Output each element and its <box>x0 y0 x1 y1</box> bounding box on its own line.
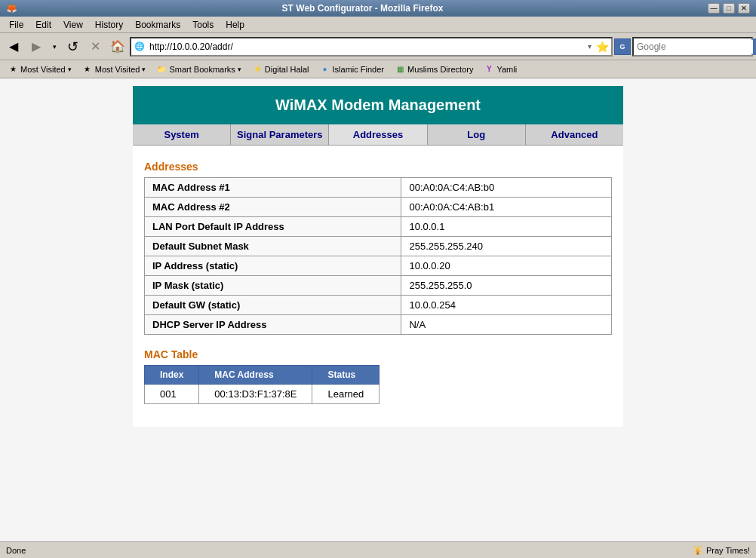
tab-system[interactable]: System <box>133 124 231 145</box>
row-label: IP Address (static) <box>145 256 401 276</box>
menu-history[interactable]: History <box>89 18 129 32</box>
google-logo: G <box>614 38 631 55</box>
page-title: WiMAX Modem Management <box>133 86 623 124</box>
tab-signal-parameters[interactable]: Signal Parameters <box>231 124 329 145</box>
reload-button[interactable]: ↺ <box>62 36 83 57</box>
address-input[interactable] <box>148 40 585 54</box>
mac-table-header: MAC Address <box>199 366 312 385</box>
page-icon: 🌐 <box>131 41 148 51</box>
table-row: LAN Port Default IP Address10.0.0.1 <box>145 217 612 237</box>
statusbar: Done 🕌 Pray Times! <box>0 541 756 558</box>
page-wrapper: WiMAX Modem Management System Signal Par… <box>0 78 756 541</box>
menu-help[interactable]: Help <box>220 18 250 32</box>
status-text: Done <box>6 546 26 555</box>
tab-advanced[interactable]: Advanced <box>526 124 623 145</box>
mac-index: 001 <box>145 385 199 404</box>
menubar: File Edit View History Bookmarks Tools H… <box>0 17 756 33</box>
maximize-button[interactable]: □ <box>723 3 735 14</box>
row-label: DHCP Server IP Address <box>145 315 401 335</box>
bookmark-smart[interactable]: 📁 Smart Bookmarks ▾ <box>152 63 245 76</box>
row-label: LAN Port Default IP Address <box>145 217 401 237</box>
stop-button[interactable]: ✕ <box>85 36 106 57</box>
nav-tabs: System Signal Parameters Addresses Log A… <box>133 124 623 146</box>
bookmark-muslims-directory[interactable]: ▦ Muslims Directory <box>390 63 478 76</box>
dropdown-history-button[interactable]: ▾ <box>48 36 60 57</box>
row-value: 255.255.255.240 <box>401 237 612 256</box>
bookmark-dropdown-1[interactable]: ▾ <box>68 66 72 73</box>
bookmark-icon-smart: 📁 <box>156 64 167 75</box>
mac-address: 00:13:D3:F1:37:8E <box>199 385 312 404</box>
row-label: Default GW (static) <box>145 296 401 315</box>
row-value: 10.0.0.1 <box>401 217 612 237</box>
mac-status: Learned <box>312 385 380 404</box>
bookmark-digital-halal[interactable]: ⚡ Digital Halal <box>247 63 314 76</box>
tab-addresses[interactable]: Addresses <box>329 124 427 145</box>
row-label: MAC Address #2 <box>145 198 401 217</box>
menu-tools[interactable]: Tools <box>186 18 220 32</box>
close-button[interactable]: ✕ <box>738 3 750 14</box>
menu-view[interactable]: View <box>57 18 89 32</box>
content-area: Addresses MAC Address #100:A0:0A:C4:AB:b… <box>133 146 623 412</box>
row-value: 10.0.0.254 <box>401 296 612 315</box>
status-right: 🕌 Pray Times! <box>693 545 750 555</box>
pray-times-text: Pray Times! <box>706 546 750 555</box>
row-value: 255.255.255.0 <box>401 276 612 296</box>
menu-bookmarks[interactable]: Bookmarks <box>129 18 186 32</box>
mac-table-row: 00100:13:D3:F1:37:8ELearned <box>145 385 380 404</box>
tab-log[interactable]: Log <box>428 124 526 145</box>
bookmark-icon-yamli: Y <box>484 64 494 75</box>
bookmark-most-visited-1[interactable]: ★ Most Visited ▾ <box>3 63 76 76</box>
address-container: 🌐 ▾ ⭐ <box>130 37 613 57</box>
menu-file[interactable]: File <box>3 18 29 32</box>
table-row: Default GW (static)10.0.0.254 <box>145 296 612 315</box>
firefox-icon: 🦊 <box>6 3 17 14</box>
addresses-table: MAC Address #100:A0:0A:C4:AB:b0MAC Addre… <box>144 177 612 335</box>
page-content: WiMAX Modem Management System Signal Par… <box>133 86 623 427</box>
mac-table: IndexMAC AddressStatus 00100:13:D3:F1:37… <box>144 365 380 404</box>
menu-edit[interactable]: Edit <box>29 18 57 32</box>
row-value: 00:A0:0A:C4:AB:b0 <box>401 178 612 198</box>
search-input[interactable] <box>634 40 753 54</box>
address-go-button[interactable]: ⭐ <box>594 41 611 53</box>
bookmark-dropdown-2[interactable]: ▾ <box>142 66 146 73</box>
pray-times-icon: 🕌 <box>693 545 703 555</box>
search-container: 🔍 <box>632 37 753 57</box>
bookmark-icon-halal: ⚡ <box>252 64 263 75</box>
minimize-button[interactable]: — <box>708 3 720 14</box>
bookmark-most-visited-2[interactable]: ★ Most Visited ▾ <box>78 63 151 76</box>
mac-table-section-title: MAC Table <box>144 348 612 360</box>
bookmark-dropdown-smart[interactable]: ▾ <box>238 66 241 73</box>
addresses-section-title: Addresses <box>144 161 612 173</box>
address-dropdown-button[interactable]: ▾ <box>585 42 594 51</box>
row-value: 10.0.0.20 <box>401 256 612 276</box>
row-value: N/A <box>401 315 612 335</box>
bookmarks-bar: ★ Most Visited ▾ ★ Most Visited ▾ 📁 Smar… <box>0 60 756 78</box>
titlebar: 🦊 ST Web Configurator - Mozilla Firefox … <box>0 0 756 17</box>
table-row: Default Subnet Mask255.255.255.240 <box>145 237 612 256</box>
window-title: ST Web Configurator - Mozilla Firefox <box>17 3 708 14</box>
table-row: MAC Address #100:A0:0A:C4:AB:b0 <box>145 178 612 198</box>
row-label: IP Mask (static) <box>145 276 401 296</box>
toolbar: ◀ ▶ ▾ ↺ ✕ 🏠 🌐 ▾ ⭐ G 🔍 <box>0 33 756 60</box>
table-row: IP Mask (static)255.255.255.0 <box>145 276 612 296</box>
bookmark-icon-2: ★ <box>82 64 93 75</box>
bookmark-islamic-finder[interactable]: ● Islamic Finder <box>315 63 389 76</box>
bookmark-icon-1: ★ <box>8 64 18 75</box>
bookmark-icon-islamic: ● <box>320 64 330 75</box>
row-label: MAC Address #1 <box>145 178 401 198</box>
bookmark-yamli[interactable]: Y Yamli <box>479 63 521 76</box>
table-row: MAC Address #200:A0:0A:C4:AB:b1 <box>145 198 612 217</box>
table-row: IP Address (static)10.0.0.20 <box>145 256 612 276</box>
forward-button[interactable]: ▶ <box>26 36 47 57</box>
row-value: 00:A0:0A:C4:AB:b1 <box>401 198 612 217</box>
row-label: Default Subnet Mask <box>145 237 401 256</box>
mac-table-header: Status <box>312 366 380 385</box>
window-controls: — □ ✕ <box>708 3 750 14</box>
search-button[interactable]: 🔍 <box>753 38 756 55</box>
home-button[interactable]: 🏠 <box>107 36 128 57</box>
back-button[interactable]: ◀ <box>3 36 24 57</box>
mac-table-header: Index <box>145 366 199 385</box>
bookmark-icon-muslims: ▦ <box>395 64 405 75</box>
table-row: DHCP Server IP AddressN/A <box>145 315 612 335</box>
